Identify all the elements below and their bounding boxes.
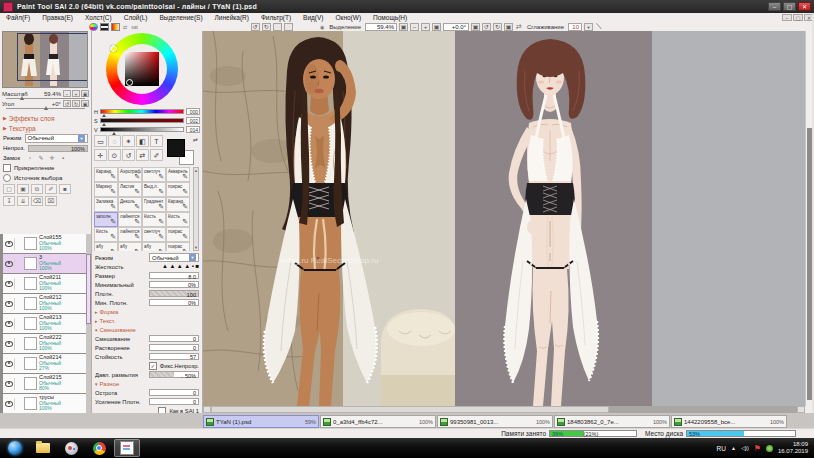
- rotate-cw-button[interactable]: ↻: [493, 23, 502, 31]
- flip-tool[interactable]: ⇄: [136, 149, 149, 161]
- layer-row[interactable]: Слой222 Обычный 100%: [3, 334, 91, 353]
- scrollbar-thumb[interactable]: [211, 406, 609, 413]
- color-wheel[interactable]: [106, 33, 178, 105]
- hardness-shape-icon[interactable]: ▲: [177, 263, 183, 270]
- angle-fit-button[interactable]: ▣: [504, 23, 513, 31]
- brush-preset[interactable]: Кисть ✎: [166, 212, 190, 227]
- layer-effects-section[interactable]: ▶ Эффекты слоя: [0, 113, 91, 123]
- rotate-tool[interactable]: ↺: [122, 149, 135, 161]
- clip-group-row[interactable]: Прикрепление: [0, 163, 91, 173]
- document-tab[interactable]: 99350981_0013... 100%: [437, 415, 553, 428]
- shape-section[interactable]: ▸Форма: [94, 307, 200, 316]
- brush-preset[interactable]: лайнится ✎: [118, 212, 142, 227]
- blend-section[interactable]: ▾Смешивание: [94, 325, 200, 334]
- selection-source-row[interactable]: Источник выбора: [0, 173, 91, 183]
- layer-mode-dropdown[interactable]: Обычный ▼: [25, 134, 89, 143]
- nav-zoom-in-button[interactable]: +: [72, 90, 80, 97]
- brush-preset[interactable]: Аэрограф ✎: [118, 167, 142, 182]
- doc-minimize-button[interactable]: –: [782, 14, 792, 21]
- layer-visibility-toggle[interactable]: [4, 358, 15, 370]
- min-density-input[interactable]: 0%: [149, 299, 199, 306]
- brush-mode-dropdown[interactable]: Обычный ▼: [149, 253, 199, 262]
- clock[interactable]: 18:09 16.07.2019: [778, 441, 808, 455]
- brush-preset[interactable]: покрас ✎: [166, 227, 190, 242]
- h-value[interactable]: 000: [186, 108, 200, 115]
- density-boost-input[interactable]: 0: [149, 398, 199, 405]
- menu-item[interactable]: Холст(C): [79, 14, 118, 21]
- brush-preset[interactable]: светлуч ✎: [142, 167, 166, 182]
- misc-section[interactable]: ▾Разное: [94, 379, 200, 388]
- brush-preset[interactable]: лайнится ✎: [118, 227, 142, 242]
- nav-rotate-ccw-button[interactable]: ↺: [63, 100, 71, 107]
- document-tab[interactable]: 1442209558_bce... 100%: [671, 415, 787, 428]
- layer-visibility-toggle[interactable]: [4, 298, 15, 310]
- layer-style-icon[interactable]: ✐: [45, 184, 57, 194]
- merge-down-icon[interactable]: ↧: [3, 196, 15, 206]
- layer-row[interactable]: 3 Обычный 100%: [3, 254, 91, 273]
- select-rect-tool[interactable]: ▭: [94, 135, 107, 147]
- menu-item[interactable]: Фильтр(T): [255, 14, 297, 21]
- scroll-corner-button[interactable]: [203, 406, 211, 413]
- layer-row[interactable]: Слой211 Обычный 100%: [3, 274, 91, 293]
- lock-move-icon[interactable]: ✛: [48, 154, 56, 162]
- layer-visibility-toggle[interactable]: [4, 338, 15, 350]
- v-value[interactable]: 014: [186, 126, 200, 133]
- brush-preset[interactable]: покрас ✎: [166, 242, 190, 251]
- lock-all-icon[interactable]: ▪: [59, 154, 67, 162]
- doc-restore-button[interactable]: ▢: [793, 14, 803, 21]
- color-mixer-toggle-icon[interactable]: [111, 23, 120, 31]
- tray-expand-icon[interactable]: ▲: [731, 445, 736, 451]
- layer-row[interactable]: Слой155 Обычный 100%: [3, 234, 91, 253]
- horizontal-scrollbar[interactable]: [203, 406, 805, 413]
- brush-preset[interactable]: Ластик ✎: [118, 182, 142, 197]
- document-tab[interactable]: 0_a3fd4_ffb4c72... 100%: [320, 415, 436, 428]
- document-tab[interactable]: 184803862_0_7e... 100%: [554, 415, 670, 428]
- layer-visibility-toggle[interactable]: [4, 258, 15, 270]
- s-value[interactable]: 002: [186, 117, 200, 124]
- new-layer-icon[interactable]: ▢: [3, 184, 15, 194]
- text-tool[interactable]: T: [150, 135, 163, 147]
- persistence-input[interactable]: 57: [149, 353, 199, 360]
- volume-icon[interactable]: ◁)): [741, 445, 749, 451]
- toolbar-spacer-button[interactable]: [284, 23, 293, 31]
- brush-preset[interactable]: Градиент ✎: [142, 197, 166, 212]
- chrome-taskbar-button[interactable]: [86, 439, 112, 457]
- hardness-shape-icon[interactable]: ▲: [162, 263, 168, 270]
- zoom-tool[interactable]: ⊙: [108, 149, 121, 161]
- hardness-shape-icon[interactable]: ▲: [169, 263, 175, 270]
- layer-row[interactable]: трусы Обычный 100%: [3, 394, 91, 413]
- language-indicator[interactable]: RU: [717, 445, 726, 452]
- brush-preset[interactable]: заполн. ✎: [94, 212, 118, 227]
- saturation-slider[interactable]: [100, 118, 184, 123]
- layer-visibility-toggle[interactable]: [4, 318, 15, 330]
- zoom-fit-button[interactable]: ▣: [432, 23, 441, 31]
- zoom-in-button[interactable]: +: [421, 23, 430, 31]
- hardness-shape-icon[interactable]: ▪: [192, 263, 194, 270]
- line-tool-icon[interactable]: ⟍: [596, 22, 602, 32]
- layer-visibility-toggle[interactable]: [4, 398, 15, 410]
- navigator-view-frame[interactable]: [17, 33, 88, 81]
- tray-app-icon[interactable]: [766, 445, 773, 452]
- brush-preset[interactable]: Акварель ✎: [166, 167, 190, 182]
- nav-rotate-cw-button[interactable]: ↻: [72, 100, 80, 107]
- color-sliders-toggle-icon[interactable]: [100, 23, 109, 31]
- foreground-color-swatch[interactable]: [167, 139, 185, 157]
- zoom-out-button[interactable]: −: [410, 23, 419, 31]
- clear-layer-icon[interactable]: ⌫: [31, 196, 43, 206]
- menu-item[interactable]: Слой(L): [118, 14, 154, 21]
- maximize-button[interactable]: ▢: [783, 2, 796, 11]
- color-wheel-toggle-icon[interactable]: [89, 23, 98, 31]
- layer-row[interactable]: Слой214 Обычный 27%: [3, 354, 91, 373]
- navigator-thumbnail[interactable]: [2, 31, 88, 88]
- menu-item[interactable]: Выделение(S): [153, 14, 208, 21]
- blur-pressure-slider[interactable]: .. 50%: [149, 371, 199, 378]
- brush-preset[interactable]: Каранд. ✎: [166, 197, 190, 212]
- nav-zoom-out-button[interactable]: −: [63, 90, 71, 97]
- nav-zoom-reset-button[interactable]: ▣: [81, 90, 89, 97]
- layer-visibility-toggle[interactable]: [4, 238, 15, 250]
- duplicate-layer-icon[interactable]: ⧉: [31, 184, 43, 194]
- eyedropper-tool[interactable]: ✐: [150, 149, 163, 161]
- layer-list-scrollbar[interactable]: [86, 234, 91, 413]
- brush-grid-scrollbar[interactable]: ▲▼: [193, 167, 199, 251]
- nav-angle-reset-button[interactable]: ▣: [81, 100, 89, 107]
